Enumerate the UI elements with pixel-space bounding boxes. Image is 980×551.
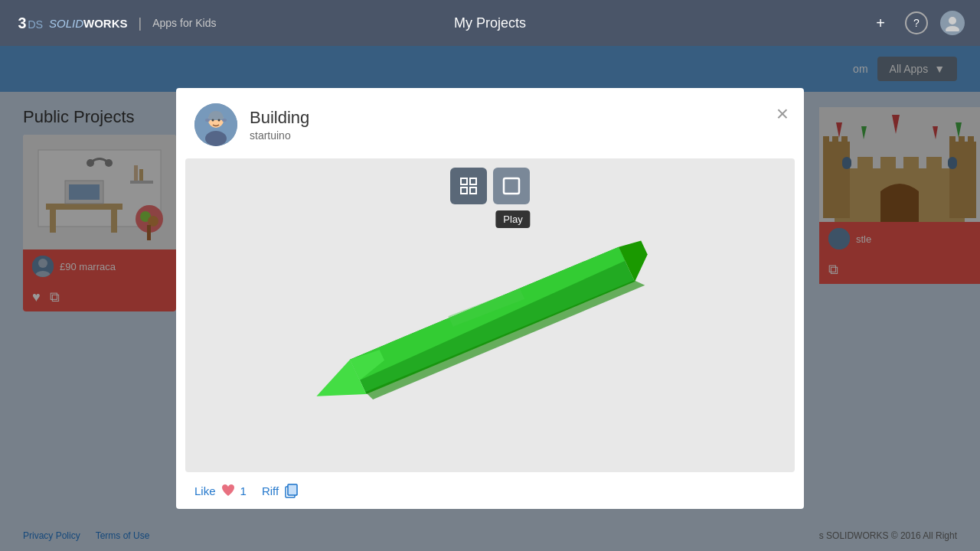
like-label: Like xyxy=(194,484,216,497)
svg-rect-60 xyxy=(504,178,519,194)
app-header: 3 DS SOLIDWORKS | Apps for Kids My Proje… xyxy=(0,0,980,46)
svg-rect-56 xyxy=(461,178,467,184)
help-button[interactable]: ? xyxy=(905,11,928,34)
3d-object-view xyxy=(185,158,795,472)
svg-rect-59 xyxy=(470,187,476,194)
svg-point-3 xyxy=(949,17,956,24)
svg-point-54 xyxy=(212,119,214,122)
user-icon xyxy=(944,15,961,31)
play-tooltip: Play xyxy=(495,210,530,228)
play-square-icon xyxy=(502,177,521,195)
svg-point-53 xyxy=(205,131,227,146)
modal-user-avatar xyxy=(194,103,237,146)
project-modal: Building startuino × xyxy=(176,88,804,509)
svg-rect-51 xyxy=(205,119,210,122)
ds-logo-icon: 3 DS xyxy=(15,9,43,37)
svg-rect-58 xyxy=(461,187,467,194)
modal-avatar-icon xyxy=(194,103,237,146)
header-logo-group: 3 DS SOLIDWORKS | Apps for Kids xyxy=(15,9,216,37)
header-actions: + ? xyxy=(868,11,965,35)
svg-text:3: 3 xyxy=(18,15,27,31)
modal-header: Building startuino × xyxy=(176,88,804,158)
header-subtitle: Apps for Kids xyxy=(152,17,216,29)
svg-point-4 xyxy=(946,26,959,31)
fullscreen-icon xyxy=(459,177,478,195)
svg-rect-57 xyxy=(470,178,476,184)
modal-username: startuino xyxy=(250,129,309,142)
modal-project-title: Building xyxy=(250,108,309,128)
riff-label: Riff xyxy=(262,484,279,497)
user-avatar[interactable] xyxy=(940,11,965,35)
riff-icon xyxy=(283,483,299,498)
svg-rect-52 xyxy=(222,119,227,122)
main-content: om All Apps ▼ Public Projects xyxy=(0,46,980,551)
header-divider: | xyxy=(139,15,142,31)
play-button[interactable] xyxy=(493,168,530,204)
heart-icon xyxy=(220,483,236,498)
like-button[interactable]: Like 1 xyxy=(194,483,247,498)
modal-close-button[interactable]: × xyxy=(776,103,789,125)
like-count: 1 xyxy=(240,484,247,497)
fullscreen-button[interactable] xyxy=(450,168,487,204)
modal-3d-viewport: Play xyxy=(185,158,795,472)
modal-controls xyxy=(450,168,530,204)
svg-text:DS: DS xyxy=(28,18,43,31)
riff-button[interactable]: Riff xyxy=(262,483,299,498)
modal-footer: Like 1 Riff xyxy=(176,472,804,509)
svg-rect-70 xyxy=(288,484,297,495)
modal-title-group: Building startuino xyxy=(250,108,309,142)
svg-point-55 xyxy=(218,119,220,122)
3d-object-svg xyxy=(299,185,681,445)
brand-solidworks: SOLIDWORKS xyxy=(49,17,128,30)
add-project-button[interactable]: + xyxy=(868,11,893,35)
page-title: My Projects xyxy=(454,15,526,31)
